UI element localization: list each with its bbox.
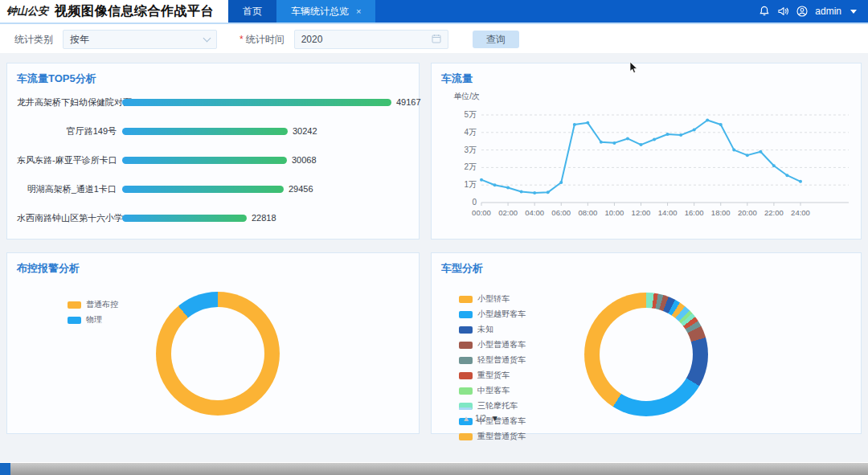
vehicle-legend: 小型轿车小型越野客车未知小型普通客车轻型普通货车重型货车中型客车三轮摩托车中型普… [459, 293, 526, 446]
dashboard-content: 车流量TOP5分析 龙井高架桥下妇幼保健院对面49167官厅路149号30242… [0, 53, 868, 462]
bar-row: 明湖高架桥_通道1卡口29456 [17, 174, 412, 203]
notification-bell-icon[interactable] [759, 6, 770, 17]
legend-item[interactable]: 普通布控 [68, 299, 118, 310]
bar-label: 东风东路-麻亚平诊所卡口 [17, 154, 117, 166]
top-header: 钟山公安 视频图像信息综合作战平台 首页 车辆统计总览 × admin [0, 0, 868, 24]
bar-value: 49167 [396, 97, 421, 107]
legend-label: 三轮摩托车 [477, 400, 518, 412]
svg-text:1万: 1万 [464, 180, 477, 189]
bar-fill [122, 99, 391, 106]
legend-swatch [459, 357, 473, 364]
donut-hole [600, 308, 693, 401]
stat-category-select[interactable]: 按年 [63, 30, 217, 49]
bar-track: 30068 [122, 155, 412, 165]
svg-text:10:00: 10:00 [605, 208, 624, 217]
tab-vehicle-stats[interactable]: 车辆统计总览 × [276, 0, 375, 23]
panel-alarm-title: 布控报警分析 [17, 261, 80, 276]
bar-value: 30068 [292, 155, 317, 165]
legend-swatch [68, 317, 81, 324]
legend-item[interactable]: 轻型普通货车 [459, 354, 526, 366]
svg-text:18:00: 18:00 [711, 208, 731, 217]
brand-area: 钟山公安 视频图像信息综合作战平台 [0, 0, 228, 23]
legend-swatch [459, 311, 473, 318]
legend-item[interactable]: 重型普通货车 [459, 431, 526, 442]
mouse-cursor [629, 61, 638, 77]
bar-row: 东风东路-麻亚平诊所卡口30068 [17, 145, 412, 174]
required-asterisk: * [240, 34, 244, 45]
legend-item[interactable]: 未知 [459, 324, 526, 335]
legend-swatch [459, 387, 473, 395]
volume-icon[interactable] [777, 6, 789, 17]
legend-label: 小型越野客车 [477, 309, 526, 320]
legend-label: 中型客车 [477, 385, 510, 396]
legend-item[interactable]: 中型客车 [459, 385, 526, 396]
bar-value: 29456 [289, 184, 313, 194]
flow-line-chart: 单位/次01万2万3万4万5万00:0002:0004:0006:0008:00… [432, 88, 862, 239]
stat-category-value: 按年 [70, 33, 89, 47]
legend-swatch [459, 326, 473, 334]
legend-item[interactable]: 物理 [68, 314, 118, 326]
legend-item[interactable]: 重型货车 [459, 370, 526, 381]
svg-text:14:00: 14:00 [658, 208, 678, 217]
bar-label: 官厅路149号 [17, 125, 117, 137]
svg-text:22:00: 22:00 [764, 208, 784, 217]
svg-text:5万: 5万 [464, 110, 477, 119]
bar-value: 30242 [293, 126, 317, 136]
legend-item[interactable]: 小型轿车 [459, 293, 526, 305]
legend-swatch [68, 301, 81, 309]
legend-page-down-icon[interactable]: ▼ [491, 414, 499, 423]
bar-row: 官厅路149号30242 [17, 117, 412, 145]
svg-text:4万: 4万 [464, 128, 477, 137]
chevron-down-icon [203, 35, 211, 43]
legend-label: 小型普通客车 [477, 339, 526, 350]
header-actions: admin [759, 0, 868, 23]
bar-label: 水西南路钟山区第十六小学 [17, 212, 117, 224]
stat-time-label: 统计时间 [246, 33, 285, 47]
alarm-donut-chart [156, 292, 280, 416]
panel-top5-title: 车流量TOP5分析 [17, 72, 96, 86]
filter-bar: 统计类别 按年 * 统计时间 2020 查询 [0, 26, 868, 53]
bar-track: 49167 [122, 97, 421, 107]
legend-page-up-icon[interactable]: ▲ [462, 414, 470, 423]
query-button[interactable]: 查询 [473, 31, 519, 48]
legend-pagination: ▲ 1/2 ▼ [462, 414, 499, 423]
svg-text:2万: 2万 [464, 162, 477, 171]
panel-traffic-flow: 车流量 单位/次01万2万3万4万5万00:0002:0004:0006:000… [431, 63, 862, 240]
legend-swatch [459, 372, 473, 379]
caret-down-icon[interactable] [850, 10, 857, 14]
bottom-scrollbar[interactable] [0, 463, 868, 475]
legend-partial-swatch [459, 407, 472, 410]
taskbar-blue-square [0, 463, 10, 475]
user-avatar-icon[interactable] [796, 6, 808, 17]
legend-item[interactable]: 小型越野客车 [459, 309, 526, 320]
tab-home[interactable]: 首页 [228, 0, 276, 23]
stat-time-input[interactable]: 2020 [294, 30, 448, 49]
bar-track: 22818 [122, 213, 412, 223]
bar-fill [122, 186, 284, 193]
legend-label: 普通布控 [86, 299, 118, 310]
vehicle-donut-chart [584, 293, 708, 416]
bar-row: 龙井高架桥下妇幼保健院对面49167 [17, 88, 412, 117]
panel-vehicle-type: 车型分析 小型轿车小型越野客车未知小型普通客车轻型普通货车重型货车中型客车三轮摩… [431, 252, 862, 434]
username-label[interactable]: admin [815, 6, 841, 17]
legend-swatch [459, 342, 473, 349]
top5-bars: 龙井高架桥下妇幼保健院对面49167官厅路149号30242东风东路-麻亚平诊所… [17, 88, 412, 232]
legend-swatch [459, 296, 473, 303]
svg-text:0: 0 [472, 198, 477, 207]
calendar-icon [432, 34, 441, 46]
legend-label: 物理 [86, 314, 102, 326]
legend-item[interactable]: 小型普通客车 [459, 339, 526, 350]
legend-label: 轻型普通货车 [477, 354, 526, 366]
svg-text:12:00: 12:00 [632, 208, 651, 217]
legend-label: 重型货车 [477, 370, 510, 381]
bar-fill [122, 215, 247, 222]
agency-logo: 钟山公安 [6, 4, 48, 18]
svg-text:16:00: 16:00 [685, 208, 704, 217]
tab-close-icon[interactable]: × [356, 7, 361, 16]
donut-hole [171, 307, 264, 400]
bar-value: 22818 [252, 213, 276, 223]
svg-text:00:00: 00:00 [472, 208, 491, 217]
bar-track: 30242 [122, 126, 412, 136]
stat-category-label: 统计类别 [14, 33, 53, 47]
bar-label: 龙井高架桥下妇幼保健院对面 [17, 96, 117, 109]
